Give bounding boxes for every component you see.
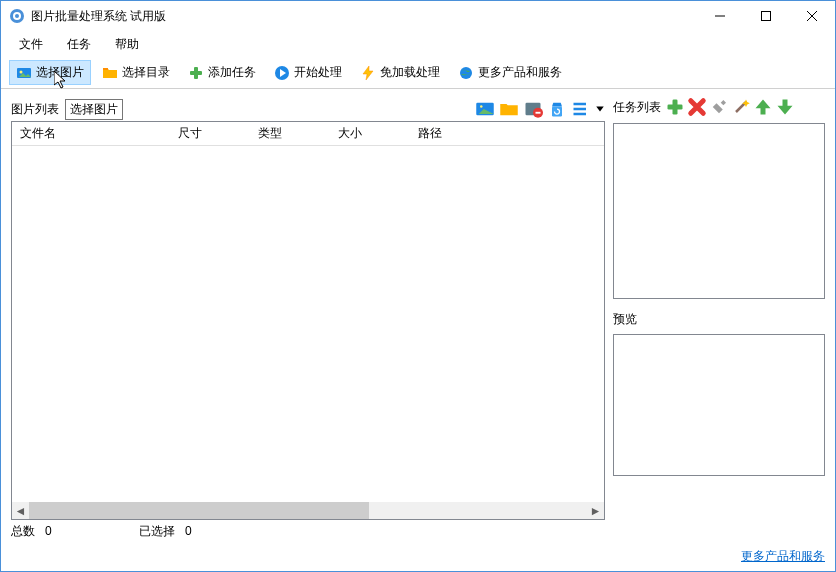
total-label: 总数 [11,523,35,540]
menu-help[interactable]: 帮助 [105,32,149,57]
task-delete-icon[interactable] [687,97,707,117]
footer: 更多产品和服务 [1,544,835,571]
selected-label: 已选择 [139,523,175,540]
menubar: 文件 任务 帮助 [1,31,835,57]
task-wand-icon[interactable] [731,97,751,117]
remove-icon[interactable] [523,99,543,119]
plus-icon [188,65,204,81]
no-load-button[interactable]: 免加载处理 [353,60,447,85]
task-edit-icon[interactable] [709,97,729,117]
select-image-tooltip: 选择图片 [65,99,123,120]
svg-rect-25 [721,100,726,105]
scroll-right-icon[interactable]: ► [587,502,604,519]
selected-value: 0 [185,524,192,538]
titlebar: 图片批量处理系统 试用版 [1,1,835,31]
column-headers: 文件名 尺寸 类型 大小 路径 [12,122,604,146]
task-down-icon[interactable] [775,97,795,117]
total-value: 0 [45,524,52,538]
preview-header: 预览 [613,311,825,328]
scroll-left-icon[interactable]: ◄ [12,502,29,519]
svg-point-15 [480,105,483,108]
col-size[interactable]: 尺寸 [170,125,250,142]
col-filename[interactable]: 文件名 [12,125,170,142]
svg-rect-20 [574,103,587,106]
col-type[interactable]: 类型 [250,125,330,142]
svg-rect-22 [574,113,587,116]
col-filesize[interactable]: 大小 [330,125,410,142]
list-view-icon[interactable] [571,99,591,119]
task-list-header: 任务列表 [613,97,825,117]
svg-point-2 [15,14,19,18]
svg-point-13 [460,67,472,79]
more-products-link[interactable]: 更多产品和服务 [741,549,825,563]
svg-rect-19 [552,107,562,117]
globe-icon [458,65,474,81]
image-list-header: 图片列表 选择图片 [11,97,605,121]
select-image-button[interactable]: 选择图片 [9,60,91,85]
select-dir-label: 选择目录 [122,64,170,81]
svg-rect-9 [103,68,108,70]
task-list-label: 任务列表 [613,99,661,116]
svg-rect-24 [668,105,683,110]
more-products-button[interactable]: 更多产品和服务 [451,60,569,85]
menu-task[interactable]: 任务 [57,32,101,57]
svg-point-8 [20,70,23,73]
svg-rect-21 [574,108,587,111]
add-task-button[interactable]: 添加任务 [181,60,263,85]
minimize-button[interactable] [697,1,743,31]
status-bar: 总数 0 已选择 0 [11,520,605,542]
preview-label: 预览 [613,311,637,328]
image-list-label: 图片列表 [11,101,59,118]
close-button[interactable] [789,1,835,31]
app-icon [9,8,25,24]
col-path[interactable]: 路径 [410,125,604,142]
svg-rect-11 [190,71,202,75]
preview-panel [613,334,825,476]
toolbar: 选择图片 选择目录 添加任务 开始处理 免加载处理 更多产品和服务 [1,57,835,89]
add-image-icon[interactable] [475,99,495,119]
add-task-label: 添加任务 [208,64,256,81]
svg-rect-4 [762,12,771,21]
task-up-icon[interactable] [753,97,773,117]
select-dir-button[interactable]: 选择目录 [95,60,177,85]
more-products-label: 更多产品和服务 [478,64,562,81]
add-folder-icon[interactable] [499,99,519,119]
start-label: 开始处理 [294,64,342,81]
task-add-icon[interactable] [665,97,685,117]
task-list[interactable] [613,123,825,299]
image-list-body[interactable] [12,146,604,502]
lightning-icon [360,65,376,81]
maximize-button[interactable] [743,1,789,31]
recycle-icon[interactable] [547,99,567,119]
image-icon [16,65,32,81]
start-button[interactable]: 开始处理 [267,60,349,85]
image-list: 文件名 尺寸 类型 大小 路径 ◄ ► [11,121,605,520]
window-title: 图片批量处理系统 试用版 [31,8,697,25]
folder-icon [102,65,118,81]
select-image-label: 选择图片 [36,64,84,81]
menu-file[interactable]: 文件 [9,32,53,57]
play-icon [274,65,290,81]
scroll-thumb[interactable] [29,502,369,519]
horizontal-scrollbar[interactable]: ◄ ► [12,502,604,519]
dropdown-icon[interactable] [595,99,605,119]
no-load-label: 免加载处理 [380,64,440,81]
